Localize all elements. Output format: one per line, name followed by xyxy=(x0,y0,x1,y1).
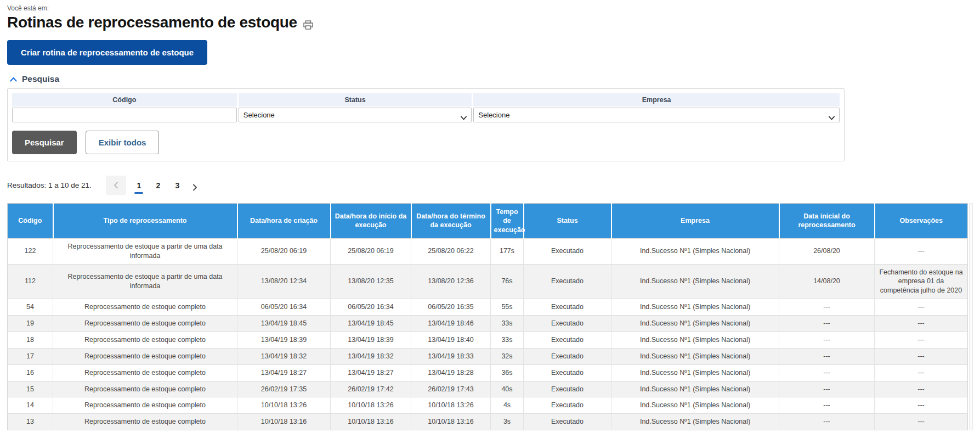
table-cell: 25/08/20 06:19 xyxy=(237,238,331,264)
next-page-button[interactable] xyxy=(187,179,203,191)
table-cell: 13/04/19 18:40 xyxy=(411,332,491,348)
table-row: 54Reprocessamento de estoque completo06/… xyxy=(8,299,968,316)
table-cell: 26/08/20 xyxy=(779,238,875,264)
column-header: Empresa xyxy=(611,204,779,239)
table-row: 15Reprocessamento de estoque completo26/… xyxy=(8,381,968,397)
table-header-row: CódigoTipo de reprocessamentoData/hora d… xyxy=(8,204,968,239)
table-cell: 177s xyxy=(491,238,524,264)
table-cell: Executado xyxy=(524,364,611,381)
table-cell: 54 xyxy=(8,299,53,316)
table-cell: 13/04/19 18:39 xyxy=(331,332,411,348)
table-cell: --- xyxy=(779,414,875,430)
table-cell: 33s xyxy=(491,316,524,332)
page-number-2[interactable]: 2 xyxy=(149,177,168,190)
table-cell: Executado xyxy=(524,381,611,397)
results-table: CódigoTipo de reprocessamentoData/hora d… xyxy=(7,203,968,430)
status-select[interactable]: Selecione xyxy=(239,108,472,122)
table-cell: 13/08/20 12:36 xyxy=(411,264,491,299)
table-cell: 76s xyxy=(491,264,524,299)
table-cell: 10/10/18 13:26 xyxy=(331,397,411,414)
field-status: Status Selecione xyxy=(239,93,472,122)
table-cell: 13/08/20 12:34 xyxy=(237,264,331,299)
table-cell: Ind.Sucesso Nº1 (Simples Nacional) xyxy=(611,381,779,397)
prev-page-button[interactable] xyxy=(106,176,126,195)
table-cell: 15 xyxy=(8,381,53,397)
table-body: 122Reprocessamento de estoque a partir d… xyxy=(8,238,968,430)
table-cell: 13/04/19 18:45 xyxy=(237,316,331,332)
table-cell: 16 xyxy=(8,364,53,381)
table-cell: Executado xyxy=(524,332,611,348)
column-header: Tipo de reprocessamento xyxy=(53,204,237,239)
search-panel: Código Status Selecione Empres xyxy=(7,88,845,161)
exibir-todos-button[interactable]: Exibir todos xyxy=(86,131,160,154)
table-cell: 36s xyxy=(491,364,524,381)
table-row: 13Reprocessamento de estoque completo10/… xyxy=(8,414,968,430)
table-cell: 13/04/19 18:32 xyxy=(331,348,411,364)
table-cell: 10/10/18 13:16 xyxy=(411,414,491,430)
table-row: 122Reprocessamento de estoque a partir d… xyxy=(8,238,968,264)
table-cell: Executado xyxy=(524,397,611,414)
table-cell: 13/04/19 18:27 xyxy=(237,364,331,381)
table-cell: 14 xyxy=(8,397,53,414)
table-cell: Reprocessamento de estoque completo xyxy=(53,381,237,397)
table-cell: 4s xyxy=(491,397,524,414)
pagination-bar: Resultados: 1 a 10 de 21. 123 xyxy=(7,176,973,195)
search-fields-row: Código Status Selecione Empres xyxy=(12,93,840,122)
table-cell: 112 xyxy=(8,264,53,299)
table-cell: --- xyxy=(875,397,968,414)
page-title: Rotinas de reprocessamento de estoque xyxy=(7,14,297,31)
table-cell: Reprocessamento de estoque completo xyxy=(53,414,237,430)
page-root: Você está em: Rotinas de reprocessamento… xyxy=(0,0,980,430)
table-cell: Executado xyxy=(524,414,611,430)
table-cell: Executado xyxy=(524,299,611,316)
table-cell: Ind.Sucesso Nº1 (Simples Nacional) xyxy=(611,238,779,264)
table-cell: 10/10/18 13:26 xyxy=(237,397,331,414)
table-cell: Ind.Sucesso Nº1 (Simples Nacional) xyxy=(611,332,779,348)
table-cell: Executado xyxy=(524,264,611,299)
search-section-label: Pesquisa xyxy=(22,74,59,84)
column-header: Observações xyxy=(875,204,968,239)
table-cell: Reprocessamento de estoque completo xyxy=(53,299,237,316)
codigo-input[interactable] xyxy=(12,108,237,122)
table-cell: Reprocessamento de estoque completo xyxy=(53,348,237,364)
table-scrollbar-track[interactable] xyxy=(969,203,973,430)
column-header: Tempo de execução xyxy=(491,204,524,239)
table-cell: Ind.Sucesso Nº1 (Simples Nacional) xyxy=(611,364,779,381)
table-cell: 26/02/19 17:35 xyxy=(237,381,331,397)
column-header: Data/hora de criação xyxy=(237,204,331,239)
table-cell: 10/10/18 13:26 xyxy=(411,397,491,414)
table-cell: 13 xyxy=(8,414,53,430)
table-cell: Reprocessamento de estoque completo xyxy=(53,397,237,414)
table-cell: 33s xyxy=(491,332,524,348)
create-routine-button[interactable]: Criar rotina de reprocessamento de estoq… xyxy=(7,40,207,65)
table-cell: Ind.Sucesso Nº1 (Simples Nacional) xyxy=(611,316,779,332)
table-cell: Ind.Sucesso Nº1 (Simples Nacional) xyxy=(611,397,779,414)
table-cell: --- xyxy=(779,348,875,364)
empresa-select[interactable]: Selecione xyxy=(473,108,840,122)
table-cell: Ind.Sucesso Nº1 (Simples Nacional) xyxy=(611,414,779,430)
page-list: 123 xyxy=(129,177,187,194)
chevron-right-icon xyxy=(192,184,197,191)
page-number-1[interactable]: 1 xyxy=(129,177,149,194)
table-row: 16Reprocessamento de estoque completo13/… xyxy=(8,364,968,381)
table-cell: 10/10/18 13:16 xyxy=(331,414,411,430)
column-header: Código xyxy=(8,204,53,239)
field-codigo: Código xyxy=(12,93,237,122)
table-cell: 3s xyxy=(491,414,524,430)
field-label-status: Status xyxy=(239,93,472,106)
table-cell: 40s xyxy=(491,381,524,397)
table-cell: 55s xyxy=(491,299,524,316)
table-cell: Reprocessamento de estoque a partir de u… xyxy=(53,264,237,299)
table-cell: --- xyxy=(875,348,968,364)
page-number-3[interactable]: 3 xyxy=(168,177,187,190)
table-cell: 10/10/18 13:16 xyxy=(237,414,331,430)
table-row: 14Reprocessamento de estoque completo10/… xyxy=(8,397,968,414)
breadcrumb: Você está em: xyxy=(7,4,973,12)
print-icon[interactable] xyxy=(302,19,314,31)
chevron-up-icon xyxy=(10,77,17,82)
pesquisar-button[interactable]: Pesquisar xyxy=(12,131,77,154)
column-header: Data inicial do reprocessamento xyxy=(779,204,875,239)
table-cell: 13/04/19 18:32 xyxy=(237,348,331,364)
search-section-toggle[interactable]: Pesquisa xyxy=(10,74,973,84)
table-cell: --- xyxy=(875,238,968,264)
